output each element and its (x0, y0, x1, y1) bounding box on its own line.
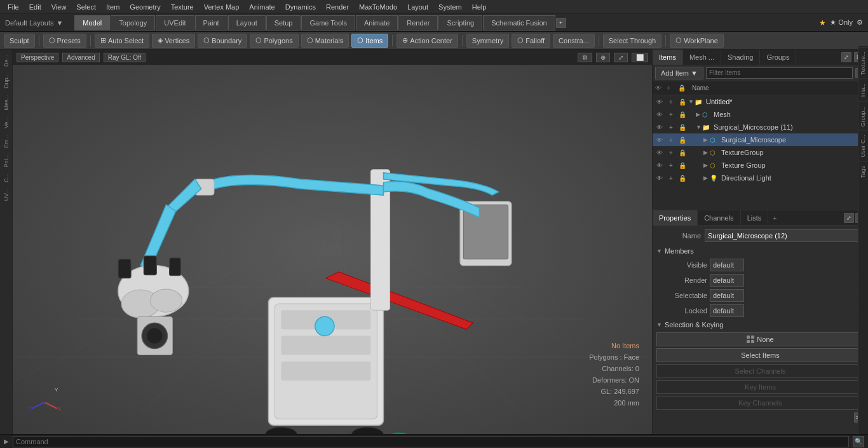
arrow-1[interactable]: ▶ (696, 111, 702, 118)
viewport-nav[interactable]: ⊕ (596, 53, 610, 62)
lock-icon-2[interactable]: 🔒 (677, 124, 688, 131)
arrow-2[interactable]: ▼ (696, 124, 702, 130)
tree-item-surgical-group[interactable]: 👁 + 🔒 ▼ 📁 Surgical_Microscope (11) (653, 121, 868, 133)
sculpt-button[interactable]: Sculpt (4, 34, 35, 48)
filter-items-input[interactable] (706, 67, 853, 79)
lock-icon-5[interactable]: 🔒 (677, 162, 688, 169)
add-tab-button[interactable]: + (556, 18, 566, 28)
menu-animate[interactable]: Animate (244, 2, 280, 12)
viewport[interactable]: Perspective Advanced Ray GL: Off ⚙ ⊕ ⤢ ⬜ (13, 50, 652, 434)
sidebar-item-uv[interactable]: UV... (2, 186, 11, 203)
tab-animate[interactable]: Animate (356, 15, 398, 31)
lock-icon-6[interactable]: 🔒 (677, 175, 688, 182)
eye-icon-5[interactable]: 👁 (654, 162, 665, 169)
cmd-search-icon[interactable]: 🔍 (853, 436, 864, 447)
tree-item-untitled[interactable]: 👁 + 🔒 ▼ 📁 Untitled* (653, 95, 868, 108)
tab-channels[interactable]: Channels (698, 210, 740, 226)
menu-geometry[interactable]: Geometry (125, 2, 165, 12)
tab-uvedit[interactable]: UVEdit (156, 15, 194, 31)
items-button[interactable]: ⬡ Items (351, 34, 388, 48)
tab-paint[interactable]: Paint (195, 15, 227, 31)
sidebar-item-c[interactable]: C... (2, 171, 11, 185)
render-icon-5[interactable]: + (665, 162, 677, 169)
tree-item-mesh[interactable]: 👁 + 🔒 ▶ ⬡ Mesh (653, 108, 868, 121)
sidebar-item-dup[interactable]: Dup... (2, 71, 11, 91)
menu-view[interactable]: View (46, 2, 72, 12)
eye-icon-1[interactable]: 👁 (654, 111, 665, 118)
menu-maxtomodo[interactable]: MaxToModo (354, 2, 402, 12)
falloff-button[interactable]: ⬡ Falloff (512, 34, 550, 48)
tab-setup[interactable]: Setup (266, 15, 301, 31)
perspective-button[interactable]: Perspective (17, 53, 58, 62)
menu-item[interactable]: Item (101, 2, 125, 12)
add-item-button[interactable]: Add Item ▼ (655, 67, 703, 79)
vtab-group[interactable]: Group... (858, 102, 869, 131)
arrow-4[interactable]: ▶ (703, 149, 710, 156)
arrow-5[interactable]: ▶ (703, 162, 710, 168)
selection-keying-section[interactable]: ▼ Selection & Keying (656, 321, 864, 329)
lock-icon-0[interactable]: 🔒 (677, 98, 688, 105)
sidebar-item-ve[interactable]: Ve... (2, 114, 11, 131)
vtab-ima[interactable]: Ima... (858, 79, 869, 102)
none-button[interactable]: None (656, 332, 864, 346)
tab-items[interactable]: Items (653, 50, 683, 65)
tab-layout[interactable]: Layout (228, 15, 266, 31)
select-through-button[interactable]: Select Through (603, 34, 661, 48)
menu-vertex-map[interactable]: Vertex Map (199, 2, 245, 12)
tree-item-texture-group[interactable]: 👁 + 🔒 ▶ ⬡ Texture Group (653, 159, 868, 172)
menu-dynamics[interactable]: Dynamics (280, 2, 321, 12)
menu-render[interactable]: Render (321, 2, 354, 12)
locked-select[interactable]: default (710, 304, 744, 317)
render-select[interactable]: default (710, 274, 744, 287)
tab-groups[interactable]: Groups (760, 50, 796, 65)
sidebar-item-em[interactable]: Em... (2, 132, 11, 151)
render-icon-1[interactable]: + (665, 111, 677, 118)
sidebar-item-mes[interactable]: Mes... (2, 92, 11, 113)
lock-icon-4[interactable]: 🔒 (677, 149, 688, 156)
eye-icon-0[interactable]: 👁 (654, 98, 665, 105)
boundary-button[interactable]: ⬡ Boundary (198, 34, 247, 48)
eye-icon-3[interactable]: 👁 (654, 137, 665, 144)
symmetry-button[interactable]: Symmetry (466, 34, 510, 48)
lock-icon-3[interactable]: 🔒 (677, 137, 688, 144)
polygons-button[interactable]: ⬡ Polygons (250, 34, 298, 48)
selectable-select[interactable]: default (710, 289, 744, 302)
vertices-button[interactable]: ◈ Vertices (152, 34, 195, 48)
tab-mesh[interactable]: Mesh ... (683, 50, 721, 65)
key-channels-button[interactable]: Key Channels (656, 396, 864, 410)
auto-select-button[interactable]: ⊞ Auto Select (95, 34, 149, 48)
arrow-3[interactable]: ▶ (703, 137, 710, 143)
constraints-button[interactable]: Constra... (553, 34, 595, 48)
expand-panel-icon[interactable]: ⤢ (841, 52, 851, 62)
sidebar-item-de[interactable]: De... (2, 52, 11, 69)
sidebar-item-pol[interactable]: Pol... (2, 152, 11, 170)
viewport-maximize[interactable]: ⬜ (632, 53, 648, 62)
vtab-user[interactable]: User C... (858, 130, 869, 161)
vtab-tags[interactable]: Tags (858, 161, 869, 182)
tab-scripting[interactable]: Scripting (438, 15, 482, 31)
menu-edit[interactable]: Edit (24, 2, 46, 12)
render-icon-6[interactable]: + (665, 175, 677, 182)
tree-item-light[interactable]: 👁 + 🔒 ▶ 💡 Directional Light (653, 172, 868, 184)
cmd-left-arrow[interactable]: ▶ (4, 438, 9, 445)
command-input[interactable] (13, 436, 849, 447)
eye-icon-6[interactable]: 👁 (654, 175, 665, 182)
vtab-texture[interactable]: Texture... (858, 47, 869, 79)
tree-item-texturegroup[interactable]: 👁 + 🔒 ▶ ⬡ TextureGroup (653, 146, 868, 159)
layout-preset[interactable]: Default Layouts (5, 19, 53, 27)
key-items-button[interactable]: Key Items (656, 380, 864, 394)
tab-properties[interactable]: Properties (653, 210, 698, 226)
render-icon-2[interactable]: + (665, 124, 677, 131)
tab-lists[interactable]: Lists (741, 210, 769, 226)
menu-texture[interactable]: Texture (166, 2, 199, 12)
viewport-options[interactable]: ⚙ (578, 53, 592, 62)
menu-system[interactable]: System (433, 2, 467, 12)
props-expand-icon[interactable]: ⤢ (844, 213, 854, 223)
add-tab-props[interactable]: + (768, 210, 781, 226)
menu-file[interactable]: File (3, 2, 24, 12)
menu-select[interactable]: Select (71, 2, 101, 12)
presets-button[interactable]: ⬡ Presets (43, 34, 86, 48)
tab-topology[interactable]: Topology (111, 15, 155, 31)
action-center-button[interactable]: ⊕ Action Center (397, 34, 458, 48)
arrow-0[interactable]: ▼ (688, 98, 695, 105)
